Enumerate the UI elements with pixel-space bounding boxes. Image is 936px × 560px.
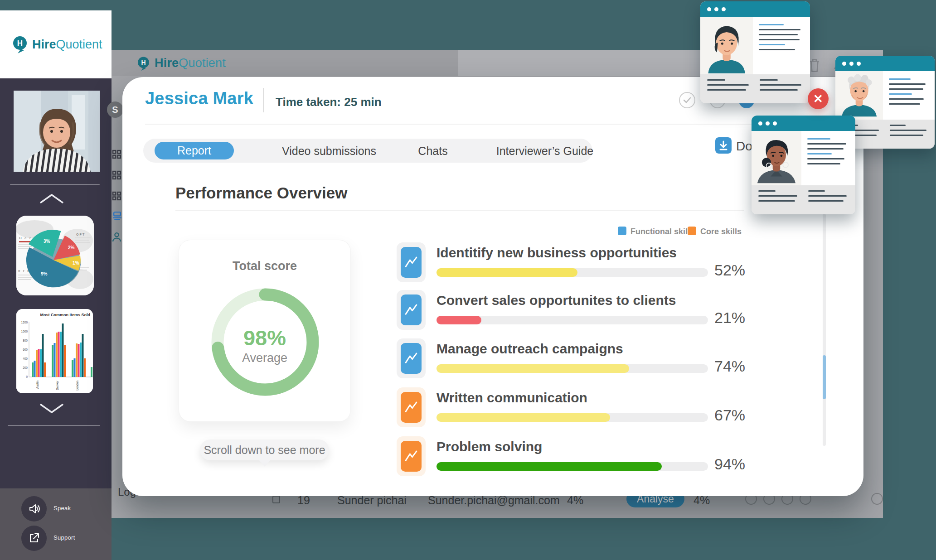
svg-text:1200: 1200 <box>21 321 28 324</box>
background-user-avatar[interactable]: S <box>107 101 123 118</box>
hirequotient-logo-icon: H <box>11 35 29 54</box>
pie-label: 9% <box>41 271 48 276</box>
skill-bar-track <box>436 462 708 471</box>
skill-percent: 94% <box>714 455 745 473</box>
scrollbar-thumb[interactable] <box>823 355 826 399</box>
skill-bar-fill <box>436 316 481 324</box>
profile-card-3[interactable] <box>752 116 855 214</box>
skill-bar-fill <box>436 462 662 471</box>
skill-icon-box <box>397 338 426 378</box>
svg-text:600: 600 <box>23 348 28 351</box>
skill-title: Convert sales opportunites to clients <box>436 293 676 308</box>
tab-video-submissions[interactable]: Video submissions <box>282 145 376 158</box>
svg-text:200: 200 <box>23 366 28 369</box>
skill-bar-track <box>436 316 708 324</box>
profile-avatar-woman <box>752 131 801 185</box>
background-app-logo-text: HireQuotient <box>155 56 226 70</box>
brand-panel: H HireQuotient <box>0 10 112 78</box>
profile-card-header <box>752 116 855 131</box>
chevron-up-icon[interactable] <box>38 193 65 204</box>
section-divider <box>175 210 744 211</box>
skill-row: Manage outreach campaigns 74% <box>122 338 863 382</box>
tab-interviewers-guide[interactable]: Interviewer’s Guide <box>496 145 593 158</box>
row-action-icon[interactable] <box>871 493 883 505</box>
legend-swatch-functional <box>618 227 626 235</box>
tooltip-pointer <box>259 460 271 467</box>
profile-avatar-man <box>700 17 753 74</box>
skill-title: Written communication <box>436 390 587 406</box>
download-icon[interactable] <box>715 137 732 154</box>
skill-bar-fill <box>436 364 629 373</box>
svg-text:O P T: O P T <box>76 233 85 236</box>
speaker-icon <box>28 502 40 515</box>
skill-bar-track <box>436 413 708 422</box>
skill-percent: 74% <box>714 357 745 375</box>
skill-title: Problem solving <box>436 439 542 454</box>
svg-text:London: London <box>76 381 79 391</box>
pie-label: 2% <box>68 245 75 250</box>
report-tabbar: Report Video submissions Chats Interview… <box>143 139 592 163</box>
profile-info-lines <box>753 17 810 74</box>
tab-chats[interactable]: Chats <box>418 145 447 158</box>
skill-title: Identitify new business opportunities <box>436 245 677 261</box>
trend-icon <box>401 294 422 325</box>
check-status-icon[interactable] <box>679 92 695 108</box>
sidebar-bottom-panel: Speak Support <box>0 488 112 560</box>
candidate-webcam-photo <box>14 91 100 172</box>
skill-icon-box <box>397 290 426 330</box>
skill-row: Written communication 67% <box>122 387 863 431</box>
speak-button[interactable] <box>21 496 47 521</box>
header-divider-vertical <box>263 88 264 112</box>
svg-text:0: 0 <box>26 375 28 378</box>
skill-bar-fill <box>436 413 610 422</box>
profile-avatar-older-man <box>835 71 883 120</box>
pie-label: 1% <box>73 261 79 266</box>
person-icon[interactable] <box>112 232 121 242</box>
trend-icon <box>401 392 422 423</box>
skill-icon-box <box>397 436 426 476</box>
pie-chart-thumbnail[interactable]: H e r e O P T T e e r e 3% 2% 1% 9% <box>16 216 94 295</box>
profile-footer-lines <box>700 74 810 103</box>
sidebar-divider <box>8 425 100 426</box>
scrollbar-track[interactable] <box>823 214 826 446</box>
tab-report[interactable]: Report <box>155 142 234 159</box>
profile-card-1[interactable] <box>700 1 810 103</box>
svg-text:Austin: Austin <box>36 381 39 389</box>
legend-label-functional: Functional skills <box>630 227 694 237</box>
scroll-hint-tooltip: Scroll down to see more <box>200 439 329 460</box>
svg-text:Denver: Denver <box>56 380 59 390</box>
candidate-name: Jessica Mark <box>145 89 253 108</box>
legend-swatch-core <box>688 227 696 235</box>
skill-row: Convert sales opportunites to clients 21… <box>122 290 863 333</box>
skill-bar-fill <box>436 268 577 277</box>
skill-icon-box <box>397 387 426 427</box>
profile-info-lines <box>883 71 935 120</box>
speak-label: Speak <box>53 505 71 512</box>
skill-bar-track <box>436 268 708 277</box>
close-icon[interactable]: ✕ <box>808 88 829 109</box>
trend-icon <box>401 343 422 374</box>
chevron-down-icon[interactable] <box>38 403 65 415</box>
printer-icon[interactable] <box>112 211 122 221</box>
external-link-icon <box>28 532 40 544</box>
profile-card-header <box>835 56 935 71</box>
skill-row: Identitify new business opportunities 52… <box>122 242 863 286</box>
grid-menu-icon[interactable] <box>112 191 121 201</box>
sidebar-divider <box>10 184 100 185</box>
bar-chart-thumbnail[interactable]: Most Common Items Sold 1200 1000 800 600… <box>16 309 93 393</box>
background-app-logo: H HireQuotient <box>136 56 226 71</box>
brand-wordmark: HireQuotient <box>32 38 102 52</box>
legend-label-core: Core skills <box>700 227 742 237</box>
svg-text:H: H <box>141 59 145 66</box>
support-label: Support <box>53 534 75 541</box>
trend-icon <box>401 247 422 278</box>
row-checkbox[interactable] <box>272 496 280 503</box>
screen: H HireQuotient 19 Sunder pichai Sunder.p… <box>0 0 936 560</box>
grid-menu-icon[interactable] <box>112 150 121 159</box>
support-button[interactable] <box>21 526 47 551</box>
bar-thumb-title: Most Common Items Sold <box>40 313 90 317</box>
svg-text:1000: 1000 <box>21 330 28 333</box>
grid-menu-icon[interactable] <box>112 170 121 180</box>
skill-icon-box <box>397 242 426 282</box>
pie-label: 3% <box>44 239 50 244</box>
